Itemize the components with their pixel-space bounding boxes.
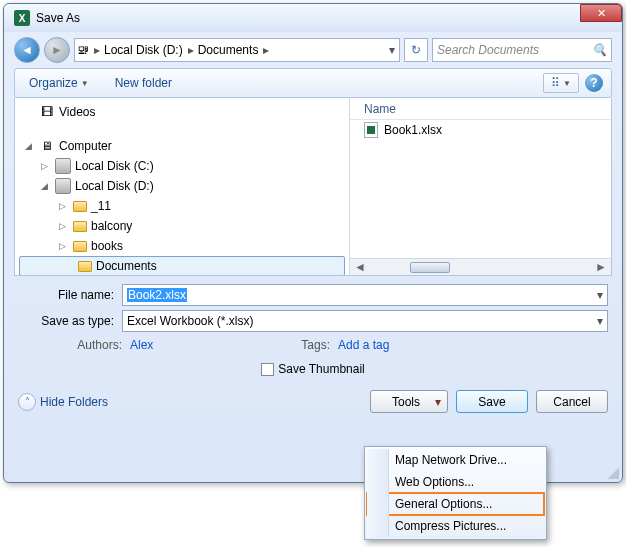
organize-button[interactable]: Organize▼ (23, 74, 95, 92)
save-as-type-value: Excel Workbook (*.xlsx) (127, 314, 253, 328)
search-icon: 🔍 (592, 43, 607, 57)
drive-icon (55, 178, 71, 194)
chevron-right-icon[interactable]: ▸ (92, 43, 102, 57)
window-title: Save As (36, 11, 618, 25)
tree-item-drive-c[interactable]: ▷ Local Disk (C:) (15, 156, 349, 176)
videos-icon: 🎞 (39, 104, 55, 120)
breadcrumb-bar[interactable]: 🖳 ▸ Local Disk (D:) ▸ Documents ▸ ▾ (74, 38, 400, 62)
expand-arrow-icon[interactable]: ◢ (41, 181, 51, 191)
metadata-row: Authors: Alex Tags: Add a tag (4, 334, 622, 352)
new-folder-button[interactable]: New folder (109, 74, 178, 92)
search-placeholder: Search Documents (437, 43, 539, 57)
breadcrumb-root-icon[interactable]: 🖳 (75, 39, 92, 61)
scrollbar-thumb[interactable] (410, 262, 450, 273)
tree-item-folder-selected[interactable]: Documents (19, 256, 345, 275)
folder-icon (73, 201, 87, 212)
folder-tree[interactable]: 🎞 Videos ◢ 🖥 Computer ▷ Local Disk (C:) … (15, 98, 350, 275)
folder-icon (78, 261, 92, 272)
drive-icon (55, 158, 71, 174)
tags-value[interactable]: Add a tag (338, 338, 389, 352)
save-thumbnail-row: Save Thumbnail (4, 352, 622, 386)
tags-label: Tags: (301, 338, 330, 352)
computer-icon: 🖥 (39, 138, 55, 154)
menu-item-map-drive[interactable]: Map Network Drive... (367, 449, 544, 471)
resize-grip[interactable] (607, 467, 619, 479)
tools-button[interactable]: Tools (370, 390, 448, 413)
chevron-right-icon[interactable]: ▸ (261, 43, 271, 57)
dialog-footer: ˄ Hide Folders Tools Save Cancel (4, 386, 622, 423)
save-as-type-label: Save as type: (18, 314, 122, 328)
nav-forward-button[interactable]: ► (44, 37, 70, 63)
expand-arrow-icon[interactable]: ◢ (25, 141, 35, 151)
close-button[interactable]: ✕ (580, 4, 622, 22)
breadcrumb-dropdown-icon[interactable]: ▾ (385, 43, 399, 57)
save-thumbnail-checkbox[interactable] (261, 363, 274, 376)
tree-item-videos[interactable]: 🎞 Videos (15, 102, 349, 122)
hide-folders-button[interactable]: ˄ Hide Folders (18, 393, 108, 411)
save-button[interactable]: Save (456, 390, 528, 413)
tree-item-computer[interactable]: ◢ 🖥 Computer (15, 136, 349, 156)
tree-item-folder[interactable]: ▷ balcony (15, 216, 349, 236)
authors-value[interactable]: Alex (130, 338, 153, 352)
breadcrumb-drive[interactable]: Local Disk (D:) (102, 39, 186, 61)
view-mode-button[interactable]: ⠿▼ (543, 73, 579, 93)
nav-back-button[interactable]: ◄ (14, 37, 40, 63)
horizontal-scrollbar[interactable]: ◄ ► (350, 258, 611, 275)
chevron-right-icon[interactable]: ▸ (186, 43, 196, 57)
column-header-name[interactable]: Name (350, 98, 611, 120)
file-row[interactable]: Book1.xlsx (350, 120, 611, 140)
menu-item-compress-pictures[interactable]: Compress Pictures... (367, 515, 544, 537)
menu-item-general-options[interactable]: General Options... (367, 493, 544, 515)
browser-panes: 🎞 Videos ◢ 🖥 Computer ▷ Local Disk (C:) … (14, 98, 612, 276)
excel-app-icon: X (14, 10, 30, 26)
breadcrumb-folder[interactable]: Documents (196, 39, 262, 61)
filename-value: Book2.xlsx (127, 288, 187, 302)
authors-label: Authors: (18, 338, 122, 352)
save-as-type-select[interactable]: Excel Workbook (*.xlsx) (122, 310, 608, 332)
save-fields: File name: Book2.xlsx Save as type: Exce… (4, 276, 622, 334)
tree-item-folder[interactable]: ▷ _11 (15, 196, 349, 216)
save-as-dialog: X Save As ✕ ◄ ► 🖳 ▸ Local Disk (D:) ▸ Do… (3, 3, 623, 483)
menu-item-web-options[interactable]: Web Options... (367, 471, 544, 493)
title-bar: X Save As ✕ (4, 4, 622, 32)
folder-icon (73, 221, 87, 232)
navigation-row: ◄ ► 🖳 ▸ Local Disk (D:) ▸ Documents ▸ ▾ … (14, 34, 612, 66)
refresh-button[interactable]: ↻ (404, 38, 428, 62)
save-thumbnail-label: Save Thumbnail (278, 362, 365, 376)
tree-item-drive-d[interactable]: ◢ Local Disk (D:) (15, 176, 349, 196)
menu-gutter (367, 449, 389, 537)
excel-file-icon (364, 122, 378, 138)
filename-label: File name: (18, 288, 122, 302)
toolbar: Organize▼ New folder ⠿▼ ? (14, 68, 612, 98)
help-icon[interactable]: ? (585, 74, 603, 92)
cancel-button[interactable]: Cancel (536, 390, 608, 413)
tools-dropdown-menu: Map Network Drive... Web Options... Gene… (364, 446, 547, 540)
filename-input[interactable]: Book2.xlsx (122, 284, 608, 306)
search-input[interactable]: Search Documents 🔍 (432, 38, 612, 62)
chevron-up-icon: ˄ (18, 393, 36, 411)
tree-item-folder[interactable]: ▷ books (15, 236, 349, 256)
expand-arrow-icon[interactable]: ▷ (41, 161, 51, 171)
file-list[interactable]: Name Book1.xlsx ◄ ► (350, 98, 611, 275)
folder-icon (73, 241, 87, 252)
